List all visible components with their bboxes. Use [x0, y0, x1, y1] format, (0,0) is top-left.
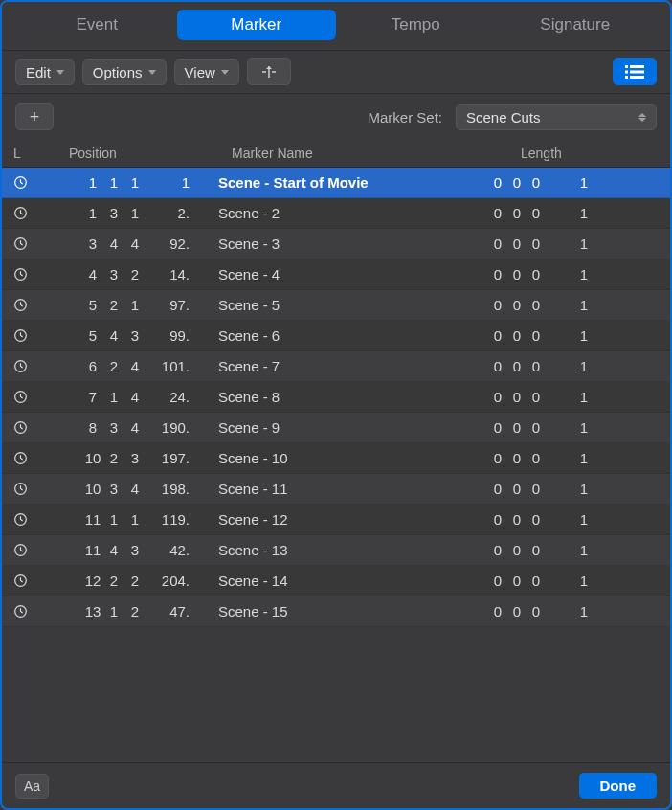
table-row[interactable]: 114342Scene - 130001 [2, 535, 670, 566]
table-row[interactable]: 131247Scene - 150001 [2, 596, 670, 627]
plus-icon: + [30, 107, 40, 127]
row-length[interactable]: 0001 [486, 573, 659, 589]
clock-icon [13, 328, 40, 343]
table-row[interactable]: 1034198Scene - 110001 [2, 474, 670, 505]
row-position[interactable]: 43214 [40, 266, 193, 282]
row-name[interactable]: Scene - 10 [193, 450, 486, 466]
table-row[interactable]: 1312Scene - 20001 [2, 198, 670, 229]
markerset-value: Scene Cuts [466, 109, 541, 125]
row-name[interactable]: Scene - 12 [193, 511, 486, 528]
edit-label: Edit [26, 64, 51, 80]
row-length[interactable]: 0001 [486, 511, 659, 528]
row-length[interactable]: 0001 [486, 419, 659, 436]
row-position[interactable]: 131247 [40, 603, 193, 619]
top-tabs: Event Marker Tempo Signature [2, 2, 670, 51]
font-button[interactable]: Aa [15, 774, 49, 799]
table-header: L Position Marker Name Length [2, 140, 670, 168]
markerset-row: + Marker Set: Scene Cuts [2, 94, 670, 140]
table-row[interactable]: 54399Scene - 60001 [2, 321, 670, 351]
row-name[interactable]: Scene - 15 [193, 603, 486, 619]
row-length[interactable]: 0001 [486, 358, 659, 374]
tab-signature[interactable]: Signature [496, 10, 656, 40]
row-length[interactable]: 0001 [486, 205, 659, 221]
clock-icon [13, 482, 40, 496]
svg-rect-3 [630, 71, 644, 74]
row-length[interactable]: 0001 [486, 603, 659, 619]
playhead-snap-button[interactable] [247, 58, 291, 85]
row-length[interactable]: 0001 [486, 389, 659, 405]
tab-event[interactable]: Event [17, 10, 177, 40]
clock-icon [13, 420, 40, 435]
markerset-select[interactable]: Scene Cuts [456, 104, 657, 130]
list-view-button[interactable] [613, 58, 657, 85]
row-position[interactable]: 834190 [40, 419, 193, 436]
row-length[interactable]: 0001 [486, 327, 659, 344]
add-marker-button[interactable]: + [15, 103, 54, 130]
table-row[interactable]: 834190Scene - 90001 [2, 413, 670, 443]
table-row[interactable]: 34492Scene - 30001 [2, 229, 670, 259]
row-name[interactable]: Scene - 13 [193, 542, 486, 558]
clock-icon [13, 574, 40, 588]
row-name[interactable]: Scene - 7 [193, 358, 486, 374]
tab-marker[interactable]: Marker [177, 10, 337, 40]
row-name[interactable]: Scene - 4 [193, 266, 486, 282]
svg-rect-1 [630, 65, 644, 68]
row-position[interactable]: 1111 [40, 174, 193, 191]
options-menu[interactable]: Options [82, 59, 167, 85]
table-row[interactable]: 43214Scene - 40001 [2, 259, 670, 290]
table-row[interactable]: 624101Scene - 70001 [2, 351, 670, 382]
view-menu[interactable]: View [174, 59, 239, 85]
row-position[interactable]: 54399 [40, 327, 193, 344]
row-name[interactable]: Scene - 14 [193, 573, 486, 589]
svg-rect-2 [625, 71, 628, 74]
row-length[interactable]: 0001 [486, 297, 659, 313]
table-row[interactable]: 1111119Scene - 120001 [2, 505, 670, 535]
edit-menu[interactable]: Edit [15, 59, 75, 85]
done-button[interactable]: Done [579, 773, 658, 799]
row-name[interactable]: Scene - Start of Movie [193, 174, 486, 191]
row-name[interactable]: Scene - 11 [193, 481, 486, 497]
table-body[interactable]: 1111Scene - Start of Movie00011312Scene … [2, 168, 670, 763]
row-length[interactable]: 0001 [486, 450, 659, 466]
row-position[interactable]: 34492 [40, 236, 193, 252]
chevron-down-icon [148, 70, 156, 75]
row-name[interactable]: Scene - 9 [193, 419, 486, 436]
table-row[interactable]: 52197Scene - 50001 [2, 290, 670, 321]
clock-icon [13, 390, 40, 404]
tab-tempo[interactable]: Tempo [336, 10, 496, 40]
row-position[interactable]: 1034198 [40, 481, 193, 497]
clock-icon [13, 604, 40, 619]
col-marker-name[interactable]: Marker Name [193, 146, 486, 161]
row-length[interactable]: 0001 [486, 174, 659, 191]
playhead-snap-icon [260, 64, 278, 79]
row-name[interactable]: Scene - 5 [193, 297, 486, 313]
row-length[interactable]: 0001 [486, 236, 659, 252]
view-label: View [185, 64, 215, 80]
row-position[interactable]: 1111119 [40, 511, 193, 528]
row-length[interactable]: 0001 [486, 266, 659, 282]
table-row[interactable]: 1222204Scene - 140001 [2, 566, 670, 596]
table-row[interactable]: 1111Scene - Start of Movie0001 [2, 168, 670, 198]
col-position[interactable]: Position [40, 146, 193, 161]
row-position[interactable]: 71424 [40, 389, 193, 405]
row-position[interactable]: 52197 [40, 297, 193, 313]
row-name[interactable]: Scene - 8 [193, 389, 486, 405]
row-name[interactable]: Scene - 6 [193, 327, 486, 344]
clock-icon [13, 298, 40, 312]
clock-icon [13, 206, 40, 220]
row-name[interactable]: Scene - 2 [193, 205, 486, 221]
row-position[interactable]: 1312 [40, 205, 193, 221]
row-position[interactable]: 1023197 [40, 450, 193, 466]
col-l[interactable]: L [13, 146, 40, 161]
chevron-down-icon [221, 70, 229, 75]
row-position[interactable]: 114342 [40, 542, 193, 558]
row-length[interactable]: 0001 [486, 481, 659, 497]
table-row[interactable]: 71424Scene - 80001 [2, 382, 670, 413]
row-length[interactable]: 0001 [486, 542, 659, 558]
row-position[interactable]: 624101 [40, 358, 193, 374]
col-length[interactable]: Length [486, 146, 659, 161]
table-row[interactable]: 1023197Scene - 100001 [2, 443, 670, 474]
row-name[interactable]: Scene - 3 [193, 236, 486, 252]
clock-icon [13, 512, 40, 527]
row-position[interactable]: 1222204 [40, 573, 193, 589]
